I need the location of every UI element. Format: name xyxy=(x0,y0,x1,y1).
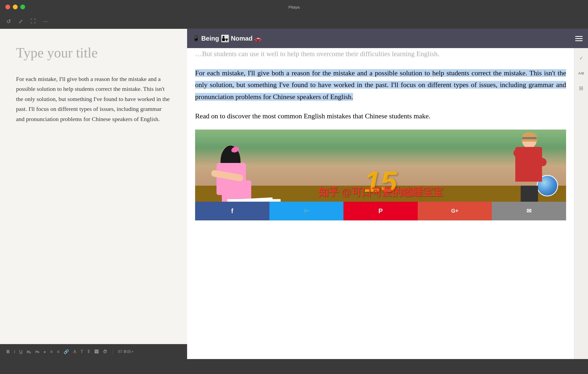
browser-intro-text: …But students can use it well to help th… xyxy=(195,48,566,60)
logo-icon-right: 🚗 xyxy=(254,35,261,42)
editor-body-text[interactable]: For each mistake, I'll give both a reaso… xyxy=(16,74,171,124)
twitter-button[interactable]: 🐦 xyxy=(269,202,344,220)
bold-icon[interactable]: B xyxy=(6,349,10,354)
maximize-button[interactable] xyxy=(20,5,25,9)
logo-container: 📱 Being 👨‍👧 Nomad 🚗 xyxy=(192,34,261,43)
google-plus-button[interactable]: G+ xyxy=(418,202,492,220)
more-icon[interactable]: ··· xyxy=(43,18,48,24)
image-icon[interactable]: 🖼 xyxy=(94,349,99,354)
browser-panel: 📱 Being 👨‍👧 Nomad 🚗 …But students can us… xyxy=(187,29,588,359)
main-layout: Type your title For each mistake, I'll g… xyxy=(0,29,588,359)
hamburger-menu[interactable] xyxy=(575,36,583,41)
h1-icon[interactable]: H₁ xyxy=(27,350,31,354)
hamburger-line-3 xyxy=(575,40,583,41)
pinterest-button[interactable]: P xyxy=(343,202,418,220)
watermark-text: 知乎 @可口可爱的瞌睡宝宝 xyxy=(318,185,443,199)
logo-icon-left: 📱 xyxy=(192,35,200,42)
text-icon[interactable]: T xyxy=(80,349,83,354)
email-icon: ✉ xyxy=(527,208,531,215)
editor-content[interactable]: Type your title For each mistake, I'll g… xyxy=(0,29,187,344)
refresh-icon[interactable]: ↺ xyxy=(6,18,11,25)
ordered-list-icon[interactable]: ≡ xyxy=(57,349,59,354)
ab-test-icon[interactable]: A/B xyxy=(577,68,586,78)
right-sidebar: ✓ A/B ⊞ xyxy=(574,48,588,359)
close-button[interactable] xyxy=(5,5,10,9)
highlighted-content: For each mistake, I'll give both a reaso… xyxy=(195,69,566,100)
google-icon: G+ xyxy=(451,208,458,214)
browser-logo: 📱 Being 👨‍👧 Nomad 🚗 xyxy=(192,34,261,43)
format-toolbar: B i U H₁ H₂ « ≡ ≡ 🔗 A T T 🖼 ⏱ 57 单词 ▾ xyxy=(0,344,187,359)
twitter-icon: 🐦 xyxy=(303,208,310,214)
italic-icon[interactable]: i xyxy=(14,349,15,354)
timer-icon[interactable]: ⏱ xyxy=(103,349,107,354)
facebook-button[interactable]: f xyxy=(195,202,269,220)
quote-icon[interactable]: « xyxy=(44,349,46,354)
toolbar-separator xyxy=(113,349,113,354)
facebook-icon: f xyxy=(231,207,233,215)
font-color-icon[interactable]: A xyxy=(73,349,76,354)
pinterest-icon: P xyxy=(378,207,383,215)
email-button[interactable]: ✉ xyxy=(492,202,566,220)
browser-content: …But students can use it well to help th… xyxy=(187,48,574,359)
word-count-chevron: ▾ xyxy=(132,350,133,353)
truncated-intro: …But students can use it well to help th… xyxy=(195,50,439,58)
share-icon[interactable]: ⤢ xyxy=(18,18,23,25)
check-icon[interactable]: ✓ xyxy=(577,53,586,63)
browser-header: 📱 Being 👨‍👧 Nomad 🚗 xyxy=(187,29,588,48)
teacher-figure xyxy=(499,132,553,207)
word-count[interactable]: 57 单词 ▾ xyxy=(118,349,133,354)
app-title: Pitaya xyxy=(288,5,300,9)
list-icon[interactable]: ≡ xyxy=(50,349,53,354)
home-icon[interactable]: ⊞ xyxy=(577,83,586,93)
hamburger-line-2 xyxy=(575,38,583,39)
link-icon[interactable]: 🔗 xyxy=(64,349,69,354)
logo-text-2: Nomad xyxy=(231,35,253,42)
minimize-button[interactable] xyxy=(13,5,18,9)
logo-text: Being xyxy=(201,35,219,42)
browser-highlighted-paragraph[interactable]: For each mistake, I'll give both a reaso… xyxy=(195,67,566,103)
browser-read-on-text: Read on to discover the most common Engl… xyxy=(195,110,566,122)
social-bar: f 🐦 P G+ ✉ xyxy=(195,202,566,220)
editor-title-placeholder[interactable]: Type your title xyxy=(16,45,171,61)
traffic-lights xyxy=(5,5,25,9)
logo-person-icon: 👨‍👧 xyxy=(221,34,229,43)
underline-icon[interactable]: U xyxy=(19,349,22,354)
hamburger-line-1 xyxy=(575,36,583,37)
h2-icon[interactable]: H₂ xyxy=(35,350,39,354)
fullscreen-icon[interactable]: ⛶ xyxy=(30,18,36,24)
editor-panel: Type your title For each mistake, I'll g… xyxy=(0,29,187,359)
strikethrough-icon[interactable]: T xyxy=(87,349,90,354)
title-bar: Pitaya xyxy=(0,0,588,14)
word-count-text: 57 单词 xyxy=(118,349,131,354)
browser-image: 15 知乎 @可口可爱的瞌睡宝宝 f 🐦 P xyxy=(195,130,566,220)
main-toolbar: ↺ ⤢ ⛶ ··· xyxy=(0,14,588,29)
